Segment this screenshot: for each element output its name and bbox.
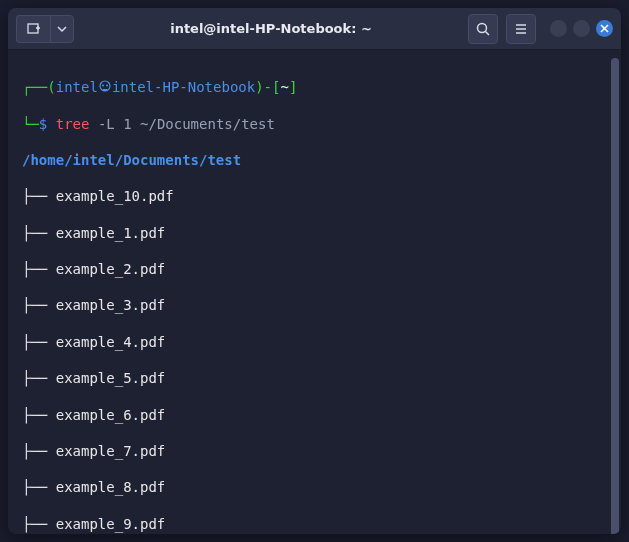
tree-row: ├── example_1.pdf [22,224,617,242]
skull-icon [98,80,112,94]
tree-row: ├── example_8.pdf [22,478,617,496]
output-path: /home/intel/Documents/test [22,151,617,169]
terminal-window: intel@intel-HP-Notebook: ~ ┌──(intelinte… [8,8,621,534]
svg-point-3 [478,23,487,32]
terminal-content: ┌──(intelintel-HP-Notebook)-[~] └─$ tree… [22,60,617,534]
svg-line-4 [486,31,490,35]
new-tab-icon [26,21,42,37]
minimize-button[interactable] [550,20,567,37]
tree-row: ├── example_3.pdf [22,296,617,314]
menu-button[interactable] [506,14,536,44]
tree-row: ├── example_4.pdf [22,333,617,351]
tree-row: ├── example_2.pdf [22,260,617,278]
titlebar-right [468,14,613,44]
window-controls [550,20,613,37]
tree-row: ├── example_7.pdf [22,442,617,460]
tree-row: ├── example_9.pdf [22,515,617,533]
tree-row: ├── example_10.pdf [22,187,617,205]
new-tab-button[interactable] [16,15,50,43]
search-button[interactable] [468,14,498,44]
chevron-down-icon [57,24,67,34]
svg-rect-13 [103,89,107,91]
svg-point-12 [106,85,108,87]
terminal-body[interactable]: ┌──(intelintel-HP-Notebook)-[~] └─$ tree… [8,50,621,534]
command-line: └─$ tree -L 1 ~/Documents/test [22,115,617,133]
close-icon [596,20,613,37]
titlebar: intel@intel-HP-Notebook: ~ [8,8,621,50]
search-icon [475,21,491,37]
close-button[interactable] [596,20,613,37]
new-tab-group [16,15,74,43]
window-title: intel@intel-HP-Notebook: ~ [82,21,460,36]
hamburger-icon [513,21,529,37]
maximize-button[interactable] [573,20,590,37]
scrollbar[interactable] [611,58,619,534]
new-tab-dropdown[interactable] [50,15,74,43]
tree-row: ├── example_6.pdf [22,406,617,424]
prompt-line-1: ┌──(intelintel-HP-Notebook)-[~] [22,78,617,96]
svg-point-11 [102,85,104,87]
tree-row: ├── example_5.pdf [22,369,617,387]
